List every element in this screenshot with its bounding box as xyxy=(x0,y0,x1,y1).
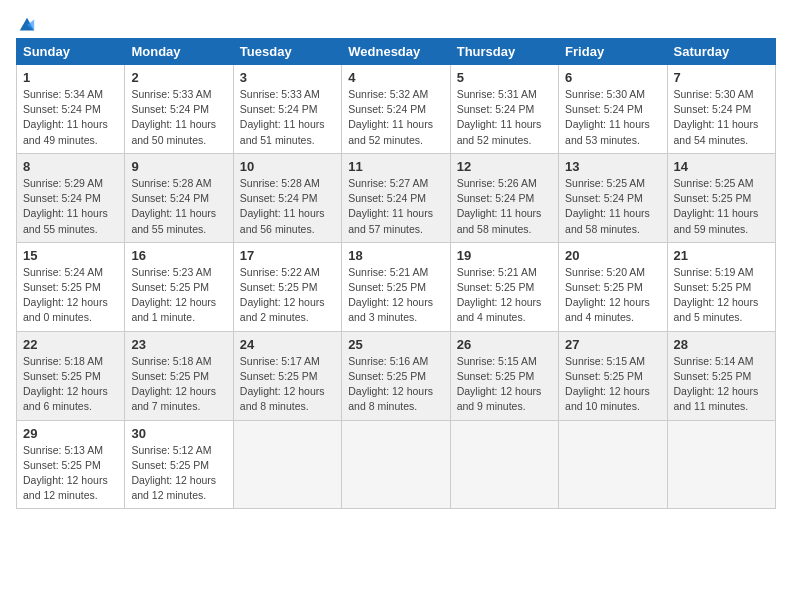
day-info: Sunrise: 5:21 AMSunset: 5:25 PMDaylight:… xyxy=(348,265,443,326)
calendar-cell: 17Sunrise: 5:22 AMSunset: 5:25 PMDayligh… xyxy=(233,242,341,331)
day-number: 22 xyxy=(23,337,118,352)
calendar-cell: 18Sunrise: 5:21 AMSunset: 5:25 PMDayligh… xyxy=(342,242,450,331)
day-number: 30 xyxy=(131,426,226,441)
calendar-cell: 26Sunrise: 5:15 AMSunset: 5:25 PMDayligh… xyxy=(450,331,558,420)
calendar-cell: 7Sunrise: 5:30 AMSunset: 5:24 PMDaylight… xyxy=(667,65,775,154)
day-info: Sunrise: 5:29 AMSunset: 5:24 PMDaylight:… xyxy=(23,176,118,237)
calendar-cell: 14Sunrise: 5:25 AMSunset: 5:25 PMDayligh… xyxy=(667,153,775,242)
day-number: 14 xyxy=(674,159,769,174)
day-number: 16 xyxy=(131,248,226,263)
weekday-header-friday: Friday xyxy=(559,39,667,65)
calendar-cell: 12Sunrise: 5:26 AMSunset: 5:24 PMDayligh… xyxy=(450,153,558,242)
weekday-header-monday: Monday xyxy=(125,39,233,65)
calendar-cell: 28Sunrise: 5:14 AMSunset: 5:25 PMDayligh… xyxy=(667,331,775,420)
day-info: Sunrise: 5:25 AMSunset: 5:24 PMDaylight:… xyxy=(565,176,660,237)
day-info: Sunrise: 5:18 AMSunset: 5:25 PMDaylight:… xyxy=(131,354,226,415)
day-number: 20 xyxy=(565,248,660,263)
day-number: 13 xyxy=(565,159,660,174)
day-number: 5 xyxy=(457,70,552,85)
day-info: Sunrise: 5:28 AMSunset: 5:24 PMDaylight:… xyxy=(131,176,226,237)
day-info: Sunrise: 5:23 AMSunset: 5:25 PMDaylight:… xyxy=(131,265,226,326)
calendar-cell: 20Sunrise: 5:20 AMSunset: 5:25 PMDayligh… xyxy=(559,242,667,331)
calendar-cell: 29Sunrise: 5:13 AMSunset: 5:25 PMDayligh… xyxy=(17,420,125,509)
day-info: Sunrise: 5:33 AMSunset: 5:24 PMDaylight:… xyxy=(131,87,226,148)
day-number: 2 xyxy=(131,70,226,85)
calendar-cell: 30Sunrise: 5:12 AMSunset: 5:25 PMDayligh… xyxy=(125,420,233,509)
day-info: Sunrise: 5:25 AMSunset: 5:25 PMDaylight:… xyxy=(674,176,769,237)
day-info: Sunrise: 5:17 AMSunset: 5:25 PMDaylight:… xyxy=(240,354,335,415)
calendar-week-row: 15Sunrise: 5:24 AMSunset: 5:25 PMDayligh… xyxy=(17,242,776,331)
day-number: 12 xyxy=(457,159,552,174)
weekday-header-thursday: Thursday xyxy=(450,39,558,65)
day-info: Sunrise: 5:24 AMSunset: 5:25 PMDaylight:… xyxy=(23,265,118,326)
calendar-week-row: 22Sunrise: 5:18 AMSunset: 5:25 PMDayligh… xyxy=(17,331,776,420)
calendar-cell: 22Sunrise: 5:18 AMSunset: 5:25 PMDayligh… xyxy=(17,331,125,420)
calendar-cell: 4Sunrise: 5:32 AMSunset: 5:24 PMDaylight… xyxy=(342,65,450,154)
day-number: 25 xyxy=(348,337,443,352)
calendar-cell xyxy=(342,420,450,509)
day-info: Sunrise: 5:33 AMSunset: 5:24 PMDaylight:… xyxy=(240,87,335,148)
calendar-header-row: SundayMondayTuesdayWednesdayThursdayFrid… xyxy=(17,39,776,65)
day-info: Sunrise: 5:15 AMSunset: 5:25 PMDaylight:… xyxy=(457,354,552,415)
day-info: Sunrise: 5:12 AMSunset: 5:25 PMDaylight:… xyxy=(131,443,226,504)
calendar-cell xyxy=(233,420,341,509)
day-info: Sunrise: 5:32 AMSunset: 5:24 PMDaylight:… xyxy=(348,87,443,148)
calendar-cell xyxy=(667,420,775,509)
day-info: Sunrise: 5:18 AMSunset: 5:25 PMDaylight:… xyxy=(23,354,118,415)
day-info: Sunrise: 5:14 AMSunset: 5:25 PMDaylight:… xyxy=(674,354,769,415)
day-number: 3 xyxy=(240,70,335,85)
day-number: 27 xyxy=(565,337,660,352)
logo xyxy=(16,16,36,30)
weekday-header-wednesday: Wednesday xyxy=(342,39,450,65)
day-number: 6 xyxy=(565,70,660,85)
calendar-cell: 19Sunrise: 5:21 AMSunset: 5:25 PMDayligh… xyxy=(450,242,558,331)
calendar-cell: 2Sunrise: 5:33 AMSunset: 5:24 PMDaylight… xyxy=(125,65,233,154)
calendar-table: SundayMondayTuesdayWednesdayThursdayFrid… xyxy=(16,38,776,509)
calendar-cell xyxy=(559,420,667,509)
calendar-cell: 13Sunrise: 5:25 AMSunset: 5:24 PMDayligh… xyxy=(559,153,667,242)
day-info: Sunrise: 5:34 AMSunset: 5:24 PMDaylight:… xyxy=(23,87,118,148)
calendar-cell: 10Sunrise: 5:28 AMSunset: 5:24 PMDayligh… xyxy=(233,153,341,242)
day-number: 29 xyxy=(23,426,118,441)
calendar-cell: 5Sunrise: 5:31 AMSunset: 5:24 PMDaylight… xyxy=(450,65,558,154)
day-number: 28 xyxy=(674,337,769,352)
calendar-week-row: 1Sunrise: 5:34 AMSunset: 5:24 PMDaylight… xyxy=(17,65,776,154)
day-info: Sunrise: 5:22 AMSunset: 5:25 PMDaylight:… xyxy=(240,265,335,326)
day-info: Sunrise: 5:21 AMSunset: 5:25 PMDaylight:… xyxy=(457,265,552,326)
day-number: 21 xyxy=(674,248,769,263)
calendar-cell: 27Sunrise: 5:15 AMSunset: 5:25 PMDayligh… xyxy=(559,331,667,420)
day-number: 26 xyxy=(457,337,552,352)
weekday-header-sunday: Sunday xyxy=(17,39,125,65)
day-number: 15 xyxy=(23,248,118,263)
day-info: Sunrise: 5:27 AMSunset: 5:24 PMDaylight:… xyxy=(348,176,443,237)
day-info: Sunrise: 5:15 AMSunset: 5:25 PMDaylight:… xyxy=(565,354,660,415)
day-info: Sunrise: 5:28 AMSunset: 5:24 PMDaylight:… xyxy=(240,176,335,237)
calendar-cell: 6Sunrise: 5:30 AMSunset: 5:24 PMDaylight… xyxy=(559,65,667,154)
day-number: 8 xyxy=(23,159,118,174)
calendar-cell: 11Sunrise: 5:27 AMSunset: 5:24 PMDayligh… xyxy=(342,153,450,242)
weekday-header-saturday: Saturday xyxy=(667,39,775,65)
day-number: 17 xyxy=(240,248,335,263)
day-info: Sunrise: 5:31 AMSunset: 5:24 PMDaylight:… xyxy=(457,87,552,148)
day-number: 24 xyxy=(240,337,335,352)
calendar-cell: 1Sunrise: 5:34 AMSunset: 5:24 PMDaylight… xyxy=(17,65,125,154)
day-info: Sunrise: 5:30 AMSunset: 5:24 PMDaylight:… xyxy=(674,87,769,148)
calendar-week-row: 29Sunrise: 5:13 AMSunset: 5:25 PMDayligh… xyxy=(17,420,776,509)
calendar-cell: 15Sunrise: 5:24 AMSunset: 5:25 PMDayligh… xyxy=(17,242,125,331)
day-info: Sunrise: 5:19 AMSunset: 5:25 PMDaylight:… xyxy=(674,265,769,326)
calendar-cell: 8Sunrise: 5:29 AMSunset: 5:24 PMDaylight… xyxy=(17,153,125,242)
calendar-cell: 9Sunrise: 5:28 AMSunset: 5:24 PMDaylight… xyxy=(125,153,233,242)
day-number: 18 xyxy=(348,248,443,263)
calendar-cell: 21Sunrise: 5:19 AMSunset: 5:25 PMDayligh… xyxy=(667,242,775,331)
day-info: Sunrise: 5:16 AMSunset: 5:25 PMDaylight:… xyxy=(348,354,443,415)
day-number: 1 xyxy=(23,70,118,85)
page-header xyxy=(16,16,776,30)
day-number: 11 xyxy=(348,159,443,174)
day-info: Sunrise: 5:20 AMSunset: 5:25 PMDaylight:… xyxy=(565,265,660,326)
day-info: Sunrise: 5:13 AMSunset: 5:25 PMDaylight:… xyxy=(23,443,118,504)
calendar-cell: 3Sunrise: 5:33 AMSunset: 5:24 PMDaylight… xyxy=(233,65,341,154)
calendar-cell: 23Sunrise: 5:18 AMSunset: 5:25 PMDayligh… xyxy=(125,331,233,420)
calendar-cell: 25Sunrise: 5:16 AMSunset: 5:25 PMDayligh… xyxy=(342,331,450,420)
day-info: Sunrise: 5:30 AMSunset: 5:24 PMDaylight:… xyxy=(565,87,660,148)
day-number: 23 xyxy=(131,337,226,352)
